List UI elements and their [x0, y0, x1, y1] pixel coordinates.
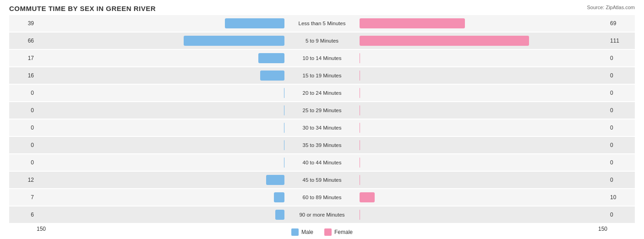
- male-bar: [274, 192, 284, 202]
- female-value: 0: [607, 90, 635, 96]
- female-bar: [360, 175, 360, 185]
- female-value: 69: [607, 20, 635, 27]
- male-value: 6: [9, 212, 37, 218]
- male-value: 0: [9, 107, 37, 114]
- female-value: 10: [607, 194, 635, 201]
- female-value: 111: [607, 38, 635, 44]
- female-bar: [360, 123, 360, 133]
- bar-row: 12 45 to 59 Minutes 0: [9, 172, 635, 188]
- bars-center: 90 or more Minutes: [37, 206, 607, 223]
- male-bar: [260, 71, 284, 81]
- bars-center: 60 to 89 Minutes: [37, 189, 607, 206]
- male-value: 7: [9, 194, 37, 201]
- bars-center: 45 to 59 Minutes: [37, 172, 607, 188]
- male-value: 66: [9, 38, 37, 44]
- legend-female: Female: [324, 228, 353, 236]
- female-bar-wrap: [359, 50, 607, 66]
- legend-female-label: Female: [334, 229, 353, 235]
- bar-row: 39 Less than 5 Minutes 69: [9, 15, 635, 32]
- legend-female-box: [324, 228, 332, 236]
- female-bar: [360, 53, 360, 63]
- bars-center: 15 to 19 Minutes: [37, 67, 607, 84]
- female-value: 0: [607, 212, 635, 218]
- bar-row: 7 60 to 89 Minutes 10: [9, 189, 635, 206]
- female-bar: [360, 71, 360, 81]
- female-bar-wrap: [359, 137, 607, 153]
- row-label: 90 or more Minutes: [285, 212, 359, 217]
- row-label: Less than 5 Minutes: [285, 21, 359, 26]
- row-label: 40 to 44 Minutes: [285, 160, 359, 165]
- male-bar-wrap: [37, 50, 285, 66]
- female-bar: [360, 192, 375, 202]
- male-bar: [184, 36, 284, 46]
- row-label: 5 to 9 Minutes: [285, 38, 359, 43]
- legend: Male Female: [291, 228, 353, 236]
- bars-center: 25 to 29 Minutes: [37, 102, 607, 119]
- female-value: 0: [607, 55, 635, 61]
- male-bar-wrap: [37, 154, 285, 171]
- male-value: 16: [9, 72, 37, 79]
- bars-center: 20 to 24 Minutes: [37, 85, 607, 101]
- male-bar-wrap: [37, 206, 285, 223]
- male-bar-wrap: [37, 120, 285, 136]
- legend-male-box: [291, 228, 299, 236]
- male-value: 0: [9, 125, 37, 131]
- axis-right-val: 150: [598, 226, 607, 236]
- row-label: 45 to 59 Minutes: [285, 177, 359, 183]
- male-bar: [284, 140, 284, 150]
- row-label: 20 to 24 Minutes: [285, 90, 359, 96]
- female-bar-wrap: [359, 120, 607, 136]
- female-value: 0: [607, 142, 635, 148]
- male-bar: [258, 53, 284, 63]
- male-bar: [225, 18, 284, 28]
- female-bar-wrap: [359, 102, 607, 119]
- male-value: 17: [9, 55, 37, 61]
- male-bar-wrap: [37, 67, 285, 84]
- bar-row: 0 40 to 44 Minutes 0: [9, 154, 635, 171]
- axis-bottom: 150 Male Female 150: [9, 224, 635, 236]
- male-bar: [284, 123, 284, 133]
- male-value: 12: [9, 177, 37, 183]
- row-label: 10 to 14 Minutes: [285, 55, 359, 61]
- female-bar: [360, 158, 360, 168]
- bar-row: 0 20 to 24 Minutes 0: [9, 85, 635, 101]
- male-bar: [284, 158, 284, 168]
- axis-left-val: 150: [37, 226, 46, 236]
- female-bar: [360, 140, 360, 150]
- male-value: 39: [9, 20, 37, 27]
- chart-area: 39 Less than 5 Minutes 69 66 5 to 9 Minu…: [9, 15, 635, 223]
- bars-center: 40 to 44 Minutes: [37, 154, 607, 171]
- female-bar-wrap: [359, 15, 607, 32]
- female-bar: [360, 210, 360, 220]
- female-bar-wrap: [359, 33, 607, 49]
- male-bar: [284, 105, 284, 115]
- male-bar: [275, 210, 284, 220]
- legend-male-label: Male: [301, 229, 313, 235]
- chart-container: COMMUTE TIME BY SEX IN GREEN RIVER Sourc…: [0, 0, 644, 239]
- male-bar-wrap: [37, 172, 285, 188]
- bar-row: 0 25 to 29 Minutes 0: [9, 102, 635, 119]
- female-bar-wrap: [359, 85, 607, 101]
- row-label: 60 to 89 Minutes: [285, 195, 359, 200]
- male-bar-wrap: [37, 33, 285, 49]
- source-label: Source: ZipAtlas.com: [587, 5, 635, 10]
- female-value: 0: [607, 72, 635, 79]
- female-bar-wrap: [359, 189, 607, 206]
- male-bar-wrap: [37, 102, 285, 119]
- row-label: 15 to 19 Minutes: [285, 73, 359, 78]
- female-bar-wrap: [359, 206, 607, 223]
- male-value: 0: [9, 90, 37, 96]
- female-value: 0: [607, 177, 635, 183]
- female-bar: [360, 18, 465, 28]
- female-bar: [360, 105, 360, 115]
- bar-row: 17 10 to 14 Minutes 0: [9, 50, 635, 66]
- legend-male: Male: [291, 228, 313, 236]
- male-bar-wrap: [37, 137, 285, 153]
- female-bar-wrap: [359, 154, 607, 171]
- bar-row: 16 15 to 19 Minutes 0: [9, 67, 635, 84]
- male-bar: [266, 175, 284, 185]
- bars-center: 10 to 14 Minutes: [37, 50, 607, 66]
- male-bar-wrap: [37, 85, 285, 101]
- bars-center: 5 to 9 Minutes: [37, 33, 607, 49]
- bars-center: 35 to 39 Minutes: [37, 137, 607, 153]
